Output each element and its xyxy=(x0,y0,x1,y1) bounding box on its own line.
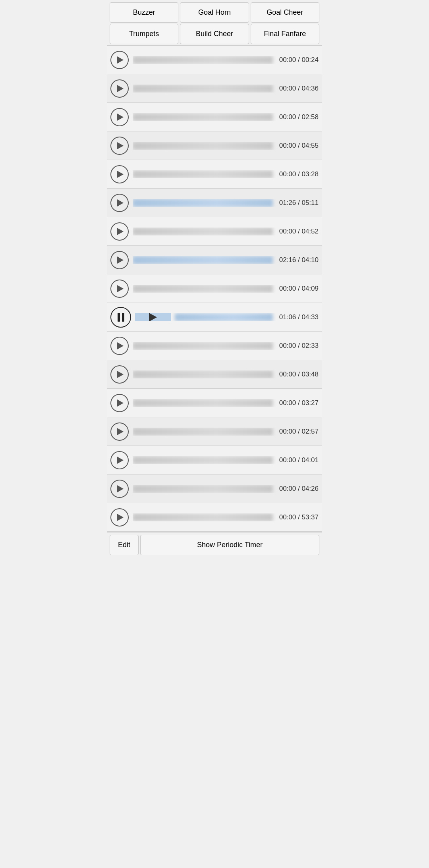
track-row: 00:00 / 02:33 xyxy=(107,332,322,360)
track-row: 00:00 / 53:37 xyxy=(107,503,322,532)
track-row: 00:00 / 02:58 xyxy=(107,103,322,131)
play-button-11[interactable] xyxy=(110,337,129,355)
play-button-1[interactable] xyxy=(110,51,129,69)
play-button-14[interactable] xyxy=(110,422,129,441)
play-overlay-10[interactable] xyxy=(135,313,171,321)
edit-button[interactable]: Edit xyxy=(110,535,139,555)
track-info-8 xyxy=(133,256,276,264)
play-icon xyxy=(117,142,124,149)
track-time-7: 00:00 / 04:52 xyxy=(279,228,319,235)
play-icon xyxy=(117,485,124,492)
play-icon xyxy=(117,85,124,92)
track-row: 00:00 / 03:27 xyxy=(107,389,322,417)
track-row: 00:00 / 04:26 xyxy=(107,475,322,503)
play-button-5[interactable] xyxy=(110,165,129,183)
play-icon xyxy=(117,399,124,407)
track-info-9 xyxy=(133,285,276,293)
play-button-9[interactable] xyxy=(110,280,129,298)
play-button-16[interactable] xyxy=(110,480,129,498)
track-info-3 xyxy=(133,113,276,121)
play-button-2[interactable] xyxy=(110,79,129,98)
track-time-17: 00:00 / 53:37 xyxy=(279,513,319,521)
play-button-7[interactable] xyxy=(110,222,129,241)
track-list: 00:00 / 00:2400:00 / 04:3600:00 / 02:580… xyxy=(107,45,322,532)
track-name-blur-10 xyxy=(175,313,273,321)
final-fanfare-button[interactable]: Final Fanfare xyxy=(251,24,319,44)
track-time-16: 00:00 / 04:26 xyxy=(279,485,319,493)
play-icon xyxy=(117,228,124,235)
track-name-blur-2 xyxy=(133,85,273,93)
track-name-blur-9 xyxy=(133,285,273,293)
track-name-blur-16 xyxy=(133,485,273,493)
play-button-12[interactable] xyxy=(110,365,129,384)
track-info-14 xyxy=(133,428,276,436)
track-time-6: 01:26 / 05:11 xyxy=(279,199,319,207)
track-info-11 xyxy=(133,342,276,350)
goal-cheer-button[interactable]: Goal Cheer xyxy=(251,2,319,23)
track-time-15: 00:00 / 04:01 xyxy=(279,456,319,464)
track-time-3: 00:00 / 02:58 xyxy=(279,113,319,121)
track-time-9: 00:00 / 04:09 xyxy=(279,285,319,293)
track-time-1: 00:00 / 00:24 xyxy=(279,56,319,64)
build-cheer-button[interactable]: Build Cheer xyxy=(180,24,249,44)
track-info-13 xyxy=(133,399,276,407)
track-info-15 xyxy=(133,456,276,464)
track-info-12 xyxy=(133,370,276,378)
track-name-blur-4 xyxy=(133,142,273,150)
track-name-blur-3 xyxy=(133,113,273,121)
track-row: 00:00 / 04:52 xyxy=(107,217,322,246)
track-name-blur-11 xyxy=(133,342,273,350)
goal-horn-button[interactable]: Goal Horn xyxy=(180,2,249,23)
play-button-8[interactable] xyxy=(110,251,129,269)
play-icon xyxy=(117,114,124,121)
track-row: 01:06 / 04:33 xyxy=(107,303,322,332)
track-time-10: 01:06 / 04:33 xyxy=(279,313,319,321)
play-overlay-icon xyxy=(149,313,157,321)
play-button-15[interactable] xyxy=(110,451,129,469)
track-name-blur-5 xyxy=(133,170,273,178)
track-time-5: 00:00 / 03:28 xyxy=(279,170,319,178)
track-time-4: 00:00 / 04:55 xyxy=(279,142,319,150)
track-info-17 xyxy=(133,513,276,521)
track-row: 02:16 / 04:10 xyxy=(107,246,322,274)
play-icon xyxy=(117,457,124,464)
track-info-4 xyxy=(133,142,276,150)
top-button-row-1: BuzzerGoal HornGoal Cheer xyxy=(107,0,322,24)
track-row: 00:00 / 04:55 xyxy=(107,131,322,160)
play-icon xyxy=(117,257,124,264)
track-name-blur-6 xyxy=(133,199,273,207)
track-info-16 xyxy=(133,485,276,493)
track-time-14: 00:00 / 02:57 xyxy=(279,428,319,436)
track-row: 00:00 / 04:01 xyxy=(107,446,322,475)
show-periodic-timer-button[interactable]: Show Periodic Timer xyxy=(140,535,319,555)
play-icon xyxy=(117,56,124,64)
track-name-blur-1 xyxy=(133,56,273,64)
track-info-1 xyxy=(133,56,276,64)
pause-button-10[interactable] xyxy=(110,307,131,328)
play-button-4[interactable] xyxy=(110,137,129,155)
track-row: 00:00 / 04:09 xyxy=(107,274,322,303)
trumpets-button[interactable]: Trumpets xyxy=(110,24,178,44)
play-icon xyxy=(117,199,124,206)
track-info-7 xyxy=(133,228,276,235)
track-time-13: 00:00 / 03:27 xyxy=(279,399,319,407)
track-row: 00:00 / 03:48 xyxy=(107,360,322,389)
track-time-2: 00:00 / 04:36 xyxy=(279,85,319,93)
play-button-13[interactable] xyxy=(110,394,129,412)
bottom-bar: Edit Show Periodic Timer xyxy=(107,532,322,557)
track-row: 00:00 / 00:24 xyxy=(107,46,322,74)
top-button-row-2: TrumpetsBuild CheerFinal Fanfare xyxy=(107,24,322,45)
play-icon xyxy=(117,371,124,378)
play-button-17[interactable] xyxy=(110,508,129,527)
play-button-6[interactable] xyxy=(110,194,129,212)
track-row: 01:26 / 05:11 xyxy=(107,189,322,217)
track-name-blur-14 xyxy=(133,428,273,436)
play-icon xyxy=(117,285,124,292)
play-button-3[interactable] xyxy=(110,108,129,126)
track-info-10 xyxy=(135,313,276,321)
track-name-blur-13 xyxy=(133,399,273,407)
track-name-blur-7 xyxy=(133,228,273,235)
buzzer-button[interactable]: Buzzer xyxy=(110,2,178,23)
track-name-blur-8 xyxy=(133,256,273,264)
track-info-6 xyxy=(133,199,276,207)
